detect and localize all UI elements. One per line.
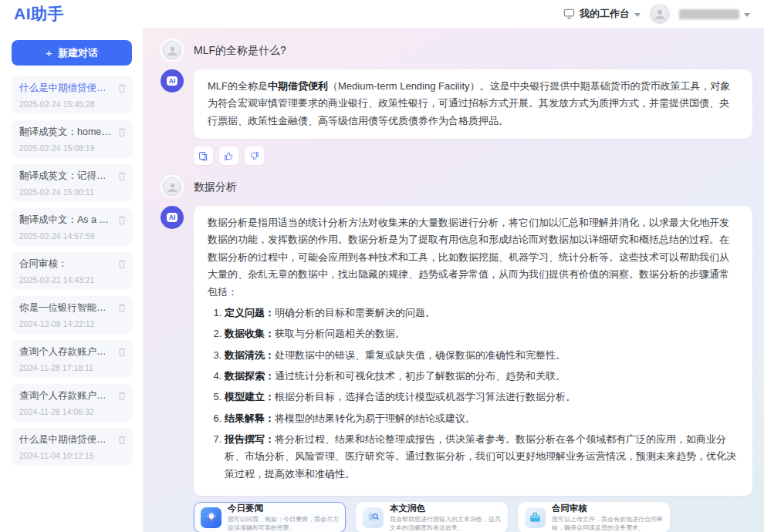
step-term: 定义问题： <box>225 307 275 318</box>
account-menu[interactable] <box>679 9 750 19</box>
ai-text-bold: 中期借贷便利 <box>268 80 328 92</box>
list-item: 数据收集：获取与分析问题相关的数据。 <box>225 325 739 342</box>
feature-card-news[interactable]: 今日要闻 您可以问我，例如：今日要闻，我会尽力提供准确和可靠的答案。 <box>194 502 346 532</box>
feature-title: 本文润色 <box>390 503 501 514</box>
user-message-avatar <box>161 175 184 198</box>
feature-card-contract[interactable]: 合同审核 您可以上传文件，我会有效地进行合同审核，确保合同满足您的业务需求。 <box>518 502 670 532</box>
feature-desc: 我会帮助您进行您输入的文本润色，提高文本的流畅度和表达效果。 <box>390 516 501 532</box>
history-item[interactable]: 什么是中期借贷便利... 2024-11-04 10:12:15 <box>12 428 133 466</box>
step-desc: 明确分析的目标和需要解决的问题。 <box>275 307 435 318</box>
trash-icon[interactable] <box>117 259 127 269</box>
plus-icon: + <box>46 46 52 59</box>
history-item[interactable]: 查询个人存款账户的最新... 2024-11-28 14:06:32 <box>12 384 133 422</box>
list-item: 数据探索：通过统计分析和可视化技术，初步了解数据的分布、趋势和关联。 <box>225 368 739 385</box>
history-title: 什么是中期借贷便利... <box>19 82 111 95</box>
trash-icon[interactable] <box>117 303 127 313</box>
doc-magnifier-icon <box>363 507 384 528</box>
top-header: AI助手 我的工作台 <box>0 0 764 28</box>
step-desc: 处理数据中的错误、重复或缺失值，确保数据的准确性和完整性。 <box>275 349 566 361</box>
step-desc: 将分析过程、结果和结论整理成报告，供决策者参考。数据分析在各个领域都有广泛的应用… <box>225 433 736 480</box>
history-timestamp: 2025-02-24 15:45:28 <box>19 99 111 109</box>
history-item[interactable]: 你是一位银行智能客服，... 2024-12-09 14:22:12 <box>12 296 133 334</box>
ai-badge-icon: AI <box>167 76 178 86</box>
workspace-menu[interactable]: 我的工作台 <box>563 7 641 21</box>
step-term: 数据收集： <box>225 328 275 339</box>
history-item[interactable]: 什么是中期借贷便利... 2025-02-24 15:45:28 <box>12 76 133 114</box>
feature-title: 合同审核 <box>552 503 663 514</box>
message-actions <box>194 146 752 165</box>
new-chat-label: 新建对话 <box>58 46 98 60</box>
thumbs-down-button[interactable] <box>245 146 264 165</box>
feature-card-polish[interactable]: 本文润色 我会帮助您进行您输入的文本润色，提高文本的流畅度和表达效果。 <box>356 502 508 532</box>
caret-down-icon <box>634 13 641 17</box>
trash-icon[interactable] <box>117 391 127 401</box>
history-timestamp: 2025-02-24 14:57:59 <box>19 231 111 241</box>
ai-avatar: AI <box>161 206 184 229</box>
step-term: 数据探索： <box>225 370 275 382</box>
conversation-sidebar: + 新建对话 什么是中期借贷便利... 2025-02-24 15:45:28 … <box>0 28 144 532</box>
step-term: 模型建立： <box>225 391 275 402</box>
list-item: 数据清洗：处理数据中的错误、重复或缺失值，确保数据的准确性和完整性。 <box>225 347 739 364</box>
thumbs-up-button[interactable] <box>219 146 238 165</box>
user-message-avatar <box>161 39 184 62</box>
trash-icon[interactable] <box>117 215 127 225</box>
caret-down-icon <box>744 13 750 17</box>
workspace-label: 我的工作台 <box>580 7 630 21</box>
step-desc: 通过统计分析和可视化技术，初步了解数据的分布、趋势和关联。 <box>275 370 566 382</box>
history-timestamp: 2024-11-28 17:18:11 <box>19 363 111 372</box>
history-title: 你是一位银行智能客服，... <box>19 301 111 315</box>
list-item: 报告撰写：将分析过程、结果和结论整理成报告，供决策者参考。数据分析在各个领域都有… <box>225 431 739 483</box>
trash-icon[interactable] <box>117 435 127 445</box>
history-item[interactable]: 翻译成中文：As a reader... 2025-02-24 14:57:59 <box>12 208 133 246</box>
history-title: 翻译成中文：As a reader... <box>19 214 111 227</box>
history-timestamp: 2025-02-24 15:08:19 <box>19 143 111 153</box>
trash-icon[interactable] <box>117 171 127 181</box>
ai-message-row: AI MLF的全称是中期借贷便利（Medium-term Lending Fac… <box>161 69 752 139</box>
trash-icon[interactable] <box>117 83 127 93</box>
user-message-text: MLF的全称是什么? <box>194 39 286 62</box>
feature-desc: 您可以上传文件，我会有效地进行合同审核，确保合同满足您的业务需求。 <box>552 516 663 532</box>
user-message-text: 数据分析 <box>194 175 237 198</box>
ai-message-card: 数据分析是指用适当的统计分析方法对收集来的大量数据进行分析，将它们加以汇总和理解… <box>194 206 752 496</box>
ai-intro-paragraph: 数据分析是指用适当的统计分析方法对收集来的大量数据进行分析，将它们加以汇总和理解… <box>208 214 739 301</box>
step-term: 报告撰写： <box>225 433 275 445</box>
trash-icon[interactable] <box>117 347 127 357</box>
list-item: 模型建立：根据分析目标，选择合适的统计模型或机器学习算法进行数据分析。 <box>225 389 739 406</box>
quick-features-zone: 今日要闻 您可以问我，例如：今日要闻，我会尽力提供准确和可靠的答案。 本文润色 … <box>194 502 752 532</box>
history-title: 什么是中期借贷便利... <box>19 433 111 446</box>
history-title: 翻译成英文：home home <box>19 126 111 139</box>
history-timestamp: 2024-12-09 14:22:12 <box>19 319 111 328</box>
ai-text: MLF的全称是 <box>208 80 268 92</box>
list-item: 结果解释：将模型的结果转化为易于理解的结论或建议。 <box>225 410 739 427</box>
feature-title: 今日要闻 <box>228 503 339 514</box>
history-item[interactable]: 查询个人存款账户的最新... 2024-11-28 17:18:11 <box>12 340 133 378</box>
copy-button[interactable] <box>194 146 213 165</box>
app-logo: AI助手 <box>14 3 64 25</box>
step-desc: 获取与分析问题相关的数据。 <box>275 328 405 339</box>
ai-message-card: MLF的全称是中期借贷便利（Medium-term Lending Facili… <box>194 69 752 139</box>
user-avatar[interactable] <box>650 4 670 24</box>
step-term: 结果解释： <box>225 412 275 424</box>
history-title: 翻译成英文：记得刚开始... <box>19 170 111 183</box>
history-timestamp: 2024-11-04 10:12:15 <box>19 451 111 460</box>
ai-message-row: AI 数据分析是指用适当的统计分析方法对收集来的大量数据进行分析，将它们加以汇总… <box>161 206 752 496</box>
username-redacted <box>679 9 739 19</box>
step-desc: 将模型的结果转化为易于理解的结论或建议。 <box>275 412 475 424</box>
history-item[interactable]: 翻译成英文：home home 2025-02-24 15:08:19 <box>12 120 133 158</box>
feature-desc: 您可以问我，例如：今日要闻，我会尽力提供准确和可靠的答案。 <box>228 516 339 532</box>
user-message-row: MLF的全称是什么? <box>161 39 752 62</box>
history-title: 合同审核： <box>19 258 111 271</box>
step-term: 数据清洗： <box>225 349 275 361</box>
trash-icon[interactable] <box>117 127 127 137</box>
history-timestamp: 2025-02-24 15:00:11 <box>19 187 111 197</box>
history-title: 查询个人存款账户的最新... <box>19 389 111 402</box>
analysis-steps-list: 定义问题：明确分析的目标和需要解决的问题。 数据收集：获取与分析问题相关的数据。… <box>208 305 739 483</box>
monitor-icon <box>563 8 575 19</box>
chat-main-area: MLF的全称是什么? AI MLF的全称是中期借贷便利（Medium-term … <box>144 28 764 532</box>
history-item[interactable]: 翻译成英文：记得刚开始... 2025-02-24 15:00:11 <box>12 164 133 202</box>
history-title: 查询个人存款账户的最新... <box>19 345 111 359</box>
new-chat-button[interactable]: + 新建对话 <box>12 40 132 66</box>
list-item: 定义问题：明确分析的目标和需要解决的问题。 <box>225 305 739 322</box>
step-desc: 根据分析目标，选择合适的统计模型或机器学习算法进行数据分析。 <box>275 391 576 402</box>
history-item[interactable]: 合同审核： 2025-02-21 14:43:21 <box>12 252 133 290</box>
